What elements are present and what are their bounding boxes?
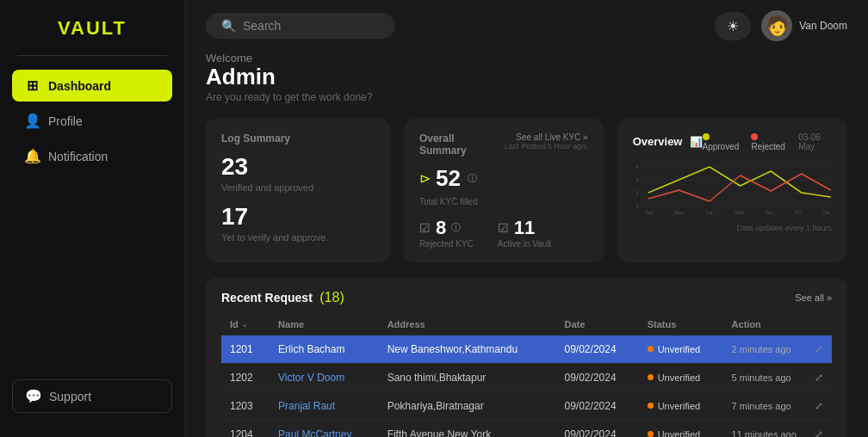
cell-name: Victor V Doom bbox=[270, 363, 379, 391]
cell-id: 1204 bbox=[221, 420, 270, 437]
rejected-legend: Rejected bbox=[751, 132, 788, 151]
info-icon2: ⓘ bbox=[451, 221, 461, 234]
expand-icon[interactable]: ⤢ bbox=[815, 372, 823, 384]
cell-address: New Baneshwor,Kathmandu bbox=[379, 335, 556, 363]
svg-text:3: 3 bbox=[636, 176, 638, 182]
sidebar-nav: ⊞ Dashboard 👤 Profile 🔔 Notification bbox=[0, 70, 184, 379]
rejected-dot bbox=[751, 133, 758, 140]
cell-address: Fifth Avenue,New York bbox=[379, 420, 556, 437]
welcome-subtitle: Are you ready to get the work done? bbox=[206, 91, 847, 103]
stats-row: Log Summary 23 Verified and approved 17 … bbox=[206, 119, 847, 262]
cell-date: 09/02/2024 bbox=[556, 420, 639, 437]
user-avatar-container[interactable]: 🧑 Van Doom bbox=[761, 10, 847, 41]
table-row[interactable]: 1201 Erlich Bacham New Baneshwor,Kathman… bbox=[221, 335, 832, 363]
theme-toggle-button[interactable]: ☀ bbox=[715, 12, 751, 40]
sidebar-item-label: Profile bbox=[48, 114, 83, 128]
cell-action: 7 minutes ago ⤢ bbox=[723, 391, 832, 420]
search-bar[interactable]: 🔍 Search bbox=[206, 13, 395, 39]
svg-text:4: 4 bbox=[636, 163, 638, 169]
cell-name: Erlich Bacham bbox=[270, 335, 379, 363]
support-button[interactable]: 💬 Support bbox=[12, 379, 172, 413]
status-dot bbox=[648, 374, 654, 380]
table-head: Id ⌄ Name Address Date Status Action bbox=[221, 314, 832, 335]
overall-summary-card: Overall Summary See all Live KYC » Last … bbox=[404, 119, 604, 262]
overview-card: Overview 📊 Approved Rejected bbox=[617, 119, 847, 262]
col-name: Name bbox=[270, 314, 379, 335]
header-right: ☀ 🧑 Van Doom bbox=[715, 10, 847, 41]
sidebar-divider bbox=[17, 55, 167, 56]
see-all-button[interactable]: See all » bbox=[795, 292, 832, 303]
approved-legend: Approved bbox=[703, 132, 741, 151]
cell-address: Pokhariya,Biratnagar bbox=[379, 391, 556, 420]
total-kyc-label: Total KYC filled bbox=[419, 197, 588, 206]
status-badge: Unverified bbox=[658, 372, 701, 383]
rejected-icon: ☑ bbox=[419, 221, 431, 235]
svg-text:2: 2 bbox=[636, 189, 638, 194]
header: 🔍 Search ☀ 🧑 Van Doom bbox=[185, 0, 868, 52]
table-row[interactable]: 1204 Paul McCartney Fifth Avenue,New Yor… bbox=[221, 420, 832, 437]
cell-id: 1203 bbox=[221, 391, 270, 420]
active-kyc-group: ☑ 11 Active in Vault bbox=[498, 217, 552, 249]
cell-date: 09/02/2024 bbox=[556, 391, 639, 420]
table-body: 1201 Erlich Bacham New Baneshwor,Kathman… bbox=[221, 335, 832, 437]
cell-status: Unverified bbox=[639, 363, 723, 391]
col-address: Address bbox=[379, 314, 556, 335]
dashboard-icon: ⊞ bbox=[24, 77, 40, 94]
overview-title-row: Overview 📊 bbox=[633, 135, 703, 148]
overview-header-right: Approved Rejected 03-06 May bbox=[703, 132, 833, 151]
expand-icon[interactable]: ⤢ bbox=[815, 400, 823, 412]
support-icon: 💬 bbox=[25, 388, 40, 404]
table-row[interactable]: 1203 Pranjal Raut Pokhariya,Biratnagar 0… bbox=[221, 391, 832, 420]
action-time: 5 minutes ago bbox=[732, 372, 791, 383]
sidebar-item-dashboard[interactable]: ⊞ Dashboard bbox=[12, 70, 172, 102]
cell-status: Unverified bbox=[639, 420, 723, 437]
recent-header: Recent Request (18) See all » bbox=[221, 290, 832, 305]
svg-text:Tue: Tue bbox=[704, 209, 712, 214]
active-icon: ☑ bbox=[498, 221, 509, 235]
main-content: 🔍 Search ☀ 🧑 Van Doom Welcome Admin Are … bbox=[185, 0, 868, 437]
cell-name: Paul McCartney bbox=[270, 420, 379, 437]
col-action: Action bbox=[723, 314, 832, 335]
avatar: 🧑 bbox=[761, 10, 792, 41]
cell-address: Sano thimi,Bhaktapur bbox=[379, 363, 556, 391]
sidebar-item-label: Dashboard bbox=[48, 79, 111, 93]
notification-icon: 🔔 bbox=[24, 148, 40, 164]
welcome-greeting: Welcome bbox=[206, 52, 847, 65]
overall-top: Overall Summary See all Live KYC » Last … bbox=[419, 132, 588, 165]
log-summary-title: Log Summary bbox=[221, 132, 375, 145]
svg-text:Mon: Mon bbox=[674, 209, 683, 214]
table-row[interactable]: 1202 Victor V Doom Sano thimi,Bhaktapur … bbox=[221, 363, 832, 391]
sidebar-item-notification[interactable]: 🔔 Notification bbox=[12, 140, 172, 172]
log-summary-card: Log Summary 23 Verified and approved 17 … bbox=[206, 119, 390, 262]
active-count: 11 bbox=[514, 217, 535, 239]
expand-icon[interactable]: ⤢ bbox=[815, 428, 823, 437]
action-time: 11 minutes ago bbox=[732, 429, 797, 437]
requests-table-wrapper: Id ⌄ Name Address Date Status Action 120… bbox=[221, 314, 832, 437]
recent-requests-section: Recent Request (18) See all » Id ⌄ Name … bbox=[206, 278, 847, 437]
col-id[interactable]: Id ⌄ bbox=[221, 314, 270, 335]
svg-text:1: 1 bbox=[636, 202, 638, 207]
overview-chart: 4 3 2 1 Sun Mon Tue bbox=[633, 158, 832, 218]
support-label: Support bbox=[49, 390, 91, 403]
cell-action: 2 minutes ago ⤢ bbox=[723, 335, 832, 363]
expand-icon[interactable]: ⤢ bbox=[815, 343, 823, 355]
verified-label: Verified and approved bbox=[221, 182, 375, 193]
total-kyc-count: 52 bbox=[436, 165, 461, 192]
user-name: Van Doom bbox=[799, 20, 847, 32]
info-icon: ⓘ bbox=[468, 172, 477, 185]
overall-summary-title: Overall Summary bbox=[419, 132, 505, 157]
cell-id: 1202 bbox=[221, 363, 270, 391]
cell-name: Pranjal Raut bbox=[270, 391, 379, 420]
col-date: Date bbox=[556, 314, 639, 335]
svg-text:Thu: Thu bbox=[765, 209, 772, 214]
approved-dot bbox=[703, 133, 710, 140]
sidebar-item-profile[interactable]: 👤 Profile bbox=[12, 105, 172, 137]
requests-table: Id ⌄ Name Address Date Status Action 120… bbox=[221, 314, 832, 437]
sidebar: VAULT ⊞ Dashboard 👤 Profile 🔔 Notificati… bbox=[0, 0, 185, 437]
see-all-kyc-link[interactable]: See all Live KYC » bbox=[505, 132, 588, 142]
cell-id: 1201 bbox=[221, 335, 270, 363]
pending-count: 17 bbox=[221, 203, 375, 231]
cell-action: 11 minutes ago ⤢ bbox=[723, 420, 832, 437]
cell-date: 09/02/2024 bbox=[556, 335, 639, 363]
app-logo: VAULT bbox=[0, 17, 184, 55]
